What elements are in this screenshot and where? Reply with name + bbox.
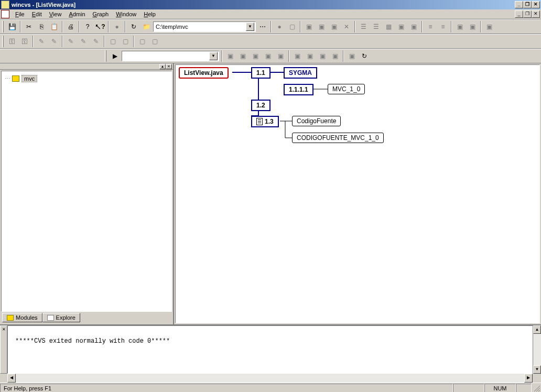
graph-rev-1-2[interactable]: 1.2 [251, 100, 270, 111]
graph-rev-1-1[interactable]: 1.1 [251, 67, 270, 79]
about-button[interactable]: ? [82, 21, 93, 32]
console-scrollbar-h[interactable]: ◀ ▶ [7, 374, 533, 383]
document-icon [256, 118, 263, 125]
record-button[interactable]: ● [111, 21, 123, 32]
key-btn-2[interactable]: ⚿ [19, 36, 30, 47]
indent-btn-1[interactable]: ≡ [425, 21, 436, 32]
scroll-right-button[interactable]: ▶ [524, 374, 533, 383]
console-close-icon[interactable]: ✕ [0, 325, 7, 374]
tb-btn-3[interactable]: ▣ [328, 21, 340, 32]
list-btn-2[interactable]: ☰ [370, 21, 382, 32]
sidebar: ▲ ✕ ⋯ mvc Modules Explore [0, 63, 174, 324]
tool-btn-2[interactable]: ✎ [48, 36, 60, 47]
indent-btn-2[interactable]: ≡ [437, 21, 449, 32]
tool-btn-4[interactable]: ✎ [78, 36, 89, 47]
toolbar-grip-3[interactable] [105, 50, 106, 62]
tab-explore[interactable]: Explore [42, 313, 80, 322]
tree-node-root[interactable]: ⋯ mvc [5, 74, 168, 83]
folder-button[interactable]: 📁 [140, 21, 152, 32]
tool-btn-6[interactable]: ▢ [107, 36, 118, 47]
tb-btn-5[interactable]: ▣ [408, 21, 419, 32]
tool-btn-7[interactable]: ▢ [120, 36, 131, 47]
copy-button[interactable]: ⎘ [36, 21, 47, 32]
browse-button[interactable]: ⋯ [257, 21, 268, 32]
mdi-close-button[interactable]: ✕ [532, 10, 540, 18]
tool-btn-9[interactable]: ▢ [149, 36, 160, 47]
toolbar-grip[interactable] [2, 21, 4, 32]
cut-button[interactable]: ✂ [23, 21, 35, 32]
graph-btn-8[interactable]: ▣ [317, 50, 328, 62]
scroll-up-button[interactable]: ▲ [533, 325, 541, 334]
tb-btn-6[interactable]: ▣ [454, 21, 466, 32]
list-btn-1[interactable]: ☰ [358, 21, 369, 32]
graph-btn-6[interactable]: ▣ [291, 50, 303, 62]
tb-btn-2[interactable]: ▣ [316, 21, 327, 32]
graph-rev-1-1-1-1[interactable]: 1.1.1.1 [284, 84, 313, 95]
status-dot-button[interactable]: ● [274, 21, 285, 32]
mdi-minimize-button[interactable]: _ [515, 10, 523, 18]
graph-btn-10[interactable]: ▣ [346, 50, 358, 62]
sidebar-minimize-icon[interactable]: ▲ [159, 64, 166, 69]
print-button[interactable]: 🖨 [65, 21, 77, 32]
sidebar-close-icon[interactable]: ✕ [166, 64, 172, 69]
graph-tag-mvc10[interactable]: MVC_1_0 [328, 84, 365, 94]
tool-btn-5[interactable]: ✎ [90, 36, 102, 47]
graph-btn-5[interactable]: ▣ [275, 50, 286, 62]
tb-btn-8[interactable]: ▣ [483, 21, 495, 32]
scroll-down-button[interactable]: ▼ [533, 365, 541, 374]
scroll-left-button[interactable]: ◀ [7, 374, 16, 383]
graph-file-node[interactable]: ListView.java [179, 67, 229, 79]
close-button[interactable]: ✕ [532, 1, 540, 8]
grid-btn[interactable]: ▦ [383, 21, 394, 32]
tool-btn-8[interactable]: ▢ [136, 36, 148, 47]
box-button[interactable]: ▢ [286, 21, 298, 32]
graph-rev-1-3[interactable]: 1.3 [251, 116, 279, 127]
tb-btn-7[interactable]: ▣ [467, 21, 478, 32]
save-button[interactable]: 💾 [6, 21, 18, 32]
menu-window[interactable]: Window [112, 10, 140, 18]
refresh-button[interactable]: ↻ [128, 21, 139, 32]
maximize-button[interactable]: ❐ [523, 1, 532, 8]
graph-area[interactable]: ListView.java 1.1 SYGMA 1.1.1.1 MVC_1_0 … [175, 64, 540, 323]
toolbar-grip-2[interactable] [2, 36, 4, 47]
minimize-button[interactable]: _ [515, 1, 523, 8]
menu-admin[interactable]: Admin [65, 10, 89, 18]
graph-btn-2[interactable]: ▣ [237, 50, 248, 62]
delete-button[interactable]: ✕ [341, 21, 352, 32]
macro-combo[interactable]: ▼ [122, 51, 219, 61]
scroll-track-v[interactable] [533, 334, 541, 365]
tool-btn-3[interactable]: ✎ [65, 36, 77, 47]
path-combo-dropdown[interactable]: ▼ [246, 23, 254, 31]
tree-area[interactable]: ⋯ mvc [1, 71, 172, 312]
console-output[interactable]: *****CVS exited normally with code 0****… [7, 325, 533, 374]
tab-modules[interactable]: Modules [2, 313, 42, 322]
mdi-restore-button[interactable]: ❐ [523, 10, 532, 18]
macro-combo-dropdown[interactable]: ▼ [209, 52, 218, 60]
tb-btn-1[interactable]: ▣ [303, 21, 315, 32]
menu-graph[interactable]: Graph [89, 10, 113, 18]
tb-btn-4[interactable]: ▣ [395, 21, 407, 32]
graph-btn-9[interactable]: ▣ [329, 50, 341, 62]
menu-view[interactable]: View [46, 10, 66, 18]
graph-btn-1[interactable]: ▣ [224, 50, 236, 62]
run-button[interactable]: ▶ [109, 50, 121, 62]
graph-btn-4[interactable]: ▣ [262, 50, 274, 62]
key-btn-1[interactable]: ⚿ [6, 36, 18, 47]
graph-branch-sygma[interactable]: SYGMA [284, 67, 317, 79]
reload-button[interactable]: ↻ [359, 50, 370, 62]
path-combo[interactable]: C:\temp\mvc ▼ [153, 21, 256, 32]
resize-grip[interactable] [532, 384, 541, 392]
statusbar: For Help, press F1 NUM [0, 383, 541, 392]
graph-btn-3[interactable]: ▣ [250, 50, 261, 62]
scroll-track-h[interactable] [16, 374, 524, 383]
context-help-button[interactable]: ⭦? [94, 21, 106, 32]
menu-edit[interactable]: Edit [28, 10, 46, 18]
graph-btn-7[interactable]: ▣ [304, 50, 316, 62]
paste-button[interactable]: 📋 [48, 21, 60, 32]
menu-help[interactable]: Help [140, 10, 159, 18]
graph-tag-codigo[interactable]: CodigoFuente [292, 116, 341, 126]
graph-tag-codigofull[interactable]: CODIGOFUENTE_MVC_1_0 [292, 133, 384, 143]
tool-btn-1[interactable]: ✎ [36, 36, 47, 47]
console-scrollbar-v[interactable]: ▲ ▼ [533, 325, 541, 374]
menu-file[interactable]: File [12, 10, 28, 18]
